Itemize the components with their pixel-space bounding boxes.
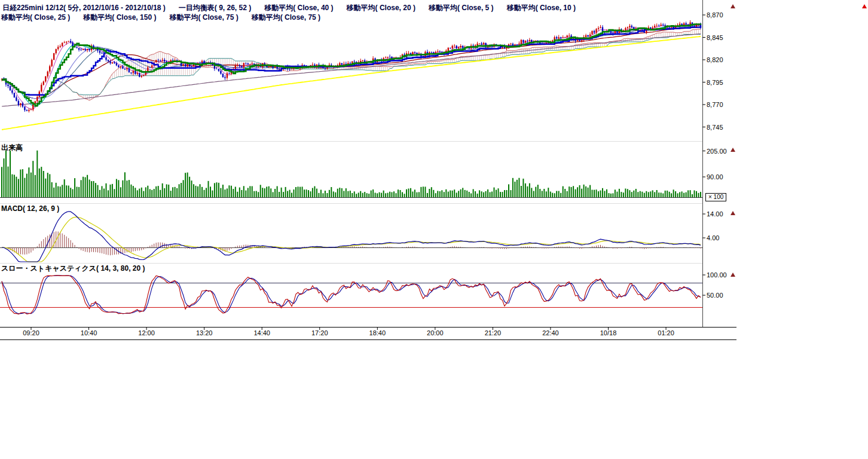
stochastics-panel-label: スロー・ストキャスティクス( 14, 3, 80, 20 ) — [1, 264, 145, 274]
legend-ma-20[interactable]: 移動平均( Close, 20 ) — [347, 3, 415, 13]
axis-tick-label: 100.00 — [707, 271, 727, 279]
triangle-up-icon — [731, 211, 735, 215]
legend-ma-10[interactable]: 移動平均( Close, 10 ) — [507, 3, 576, 13]
volume-multiplier-badge: × 100 — [705, 193, 726, 201]
triangle-up-icon — [731, 4, 735, 8]
time-tick-label: 14:40 — [253, 329, 270, 336]
axis-tick-label: 14.00 — [707, 210, 723, 218]
triangle-up-icon — [731, 273, 735, 277]
time-tick-label: 17:20 — [311, 329, 328, 336]
legend-row-1: 日経225mini 12/12( 5分, 2012/10/16 - 2012/1… — [2, 3, 576, 13]
time-tick-label: 09:20 — [23, 329, 39, 336]
chart-canvas[interactable] — [0, 0, 736, 341]
legend-ma-75b[interactable]: 移動平均( Close, 75 ) — [252, 13, 320, 23]
time-tick-label: 10:40 — [81, 329, 97, 336]
volume-scale-button[interactable] — [730, 147, 736, 153]
legend-ma-25[interactable]: 移動平均( Close, 25 ) — [1, 13, 70, 23]
axis-tick-label: 8,845 — [707, 34, 723, 41]
time-tick-label: 12:00 — [138, 329, 155, 336]
legend-ma-75a[interactable]: 移動平均( Close, 75 ) — [169, 13, 238, 23]
macd-scale-button[interactable] — [730, 210, 736, 216]
legend-row-2: 移動平均( Close, 25 ) 移動平均( Close, 150 ) 移動平… — [1, 13, 320, 23]
stoch-scale-button[interactable] — [730, 272, 736, 278]
time-tick-label: 21:20 — [485, 329, 502, 336]
time-tick-label: 18:40 — [369, 329, 386, 336]
axis-tick-label: 8,770 — [707, 101, 723, 108]
time-tick-label: 10/18 — [600, 329, 617, 336]
axis-tick-label: 8,870 — [707, 11, 723, 19]
axis-tick-label: 8,745 — [707, 124, 723, 131]
axis-tick-label: 8,820 — [707, 56, 723, 63]
legend-ma-150[interactable]: 移動平均( Close, 150 ) — [83, 13, 156, 23]
axis-tick-label: 90.00 — [707, 173, 723, 180]
axis-tick-label: 8,795 — [707, 79, 723, 86]
legend-ichimoku[interactable]: 一目均衡表( 9, 26, 52 ) — [179, 3, 251, 13]
legend-ma-5[interactable]: 移動平均( Close, 5 ) — [429, 3, 494, 13]
time-tick-label: 13:20 — [196, 329, 213, 336]
volume-panel-label: 出来高 — [1, 143, 23, 153]
macd-panel-label: MACD( 12, 26, 9 ) — [1, 204, 59, 213]
triangle-up-icon — [862, 4, 867, 8]
axis-tick-label: 50.00 — [707, 292, 723, 299]
axis-tick-label: 205.00 — [707, 148, 727, 155]
triangle-up-icon — [731, 148, 735, 152]
legend-ma-40[interactable]: 移動平均( Close, 40 ) — [264, 3, 333, 13]
time-tick-label: 22:40 — [542, 329, 559, 336]
time-tick-label: 01:20 — [658, 329, 674, 336]
price-scale-button[interactable] — [730, 4, 736, 10]
axis-tick-label: 4.00 — [707, 234, 719, 241]
chart-application-window: 日経225mini 12/12( 5分, 2012/10/16 - 2012/1… — [0, 0, 868, 459]
time-tick-label: 20:00 — [427, 329, 444, 336]
instrument-title: 日経225mini 12/12( 5分, 2012/10/16 - 2012/1… — [2, 3, 166, 13]
window-scroll-up-button[interactable] — [861, 4, 867, 10]
